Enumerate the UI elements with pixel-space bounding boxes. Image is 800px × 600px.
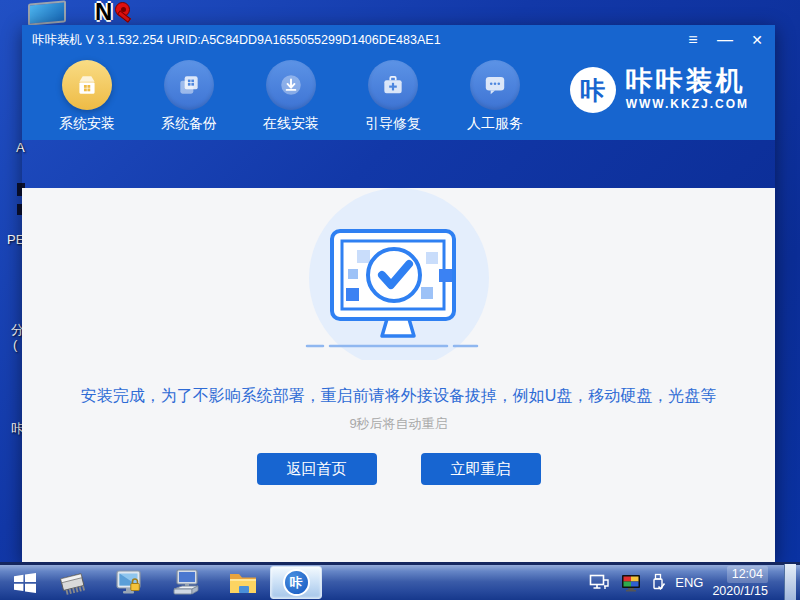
desktop-key-icon[interactable]: N	[95, 0, 139, 25]
usb-icon[interactable]	[651, 573, 666, 592]
taskbar-chip-icon[interactable]	[56, 567, 90, 599]
desktop-background: N A PE 分 ( 咔 咔咔装机 V 3.1.532.254 URID:A5C…	[0, 0, 800, 600]
backup-layers-icon	[164, 60, 214, 110]
system-tray: ENG 12:04 2020/1/15	[589, 564, 800, 600]
taskbar-folder-icon[interactable]	[226, 567, 260, 599]
nav-label: 系统安装	[36, 115, 138, 133]
minimize-icon[interactable]: —	[717, 32, 733, 48]
brand-logo: 咔 咔咔装机 WWW.KKZJ.COM	[570, 67, 749, 113]
taskbar-display-lock-icon[interactable]	[112, 567, 146, 599]
nav-item-support[interactable]: 人工服务	[444, 55, 546, 140]
monitor-check-icon	[299, 188, 499, 360]
support-chat-icon	[470, 60, 520, 110]
nav-item-system-backup[interactable]: 系统备份	[138, 55, 240, 140]
brand-name: 咔咔装机	[626, 67, 749, 95]
nav-label: 人工服务	[444, 115, 546, 133]
clock-date: 2020/1/15	[712, 584, 768, 598]
show-desktop-button[interactable]	[784, 564, 796, 600]
nav-label: 引导修复	[342, 115, 444, 133]
main-content: 安装完成，为了不影响系统部署，重启前请将外接设备拔掉，例如U盘，移动硬盘，光盘等…	[22, 188, 775, 600]
nav-item-online-install[interactable]: 在线安装	[240, 55, 342, 140]
kaka-app-icon: 咔	[283, 569, 310, 596]
clock-time: 12:04	[727, 566, 768, 582]
nav-bar: 系统安装 系统备份	[22, 55, 775, 140]
online-download-icon	[266, 60, 316, 110]
desktop-monitor-icon[interactable]	[28, 0, 66, 25]
taskbar: 咔	[0, 562, 800, 600]
nav-label: 在线安装	[240, 115, 342, 133]
boot-repair-icon	[368, 60, 418, 110]
taskbar-keyboard-icon[interactable]	[170, 567, 204, 599]
restart-now-button[interactable]: 立即重启	[421, 453, 541, 485]
kaka-logo-icon: 咔	[570, 67, 616, 113]
windows-logo-icon	[11, 569, 39, 597]
window-title: 咔咔装机 V 3.1.532.254 URID:A5C84DD9A1655055…	[32, 32, 685, 49]
nav-item-boot-repair[interactable]: 引导修复	[342, 55, 444, 140]
menu-icon[interactable]: ≡	[685, 32, 701, 48]
nav-label: 系统备份	[138, 115, 240, 133]
title-bar[interactable]: 咔咔装机 V 3.1.532.254 URID:A5C84DD9A1655055…	[22, 25, 775, 55]
restart-countdown: 9秒后将自动重启	[22, 415, 775, 433]
taskbar-clock[interactable]: 12:04 2020/1/15	[712, 566, 768, 599]
installer-window: 咔咔装机 V 3.1.532.254 URID:A5C84DD9A1655055…	[22, 25, 775, 562]
install-box-icon	[62, 60, 112, 110]
brand-url: WWW.KKZJ.COM	[626, 97, 749, 111]
language-indicator[interactable]: ENG	[675, 575, 703, 590]
taskbar-kaka-button[interactable]: 咔	[270, 566, 322, 599]
completion-message: 安装完成，为了不影响系统部署，重启前请将外接设备拔掉，例如U盘，移动硬盘，光盘等	[22, 386, 775, 407]
nav-item-system-install[interactable]: 系统安装	[36, 55, 138, 140]
close-icon[interactable]: ✕	[749, 33, 765, 47]
display-color-icon[interactable]	[620, 574, 642, 592]
network-icon[interactable]	[589, 574, 611, 592]
desktop-icon-label: (	[13, 337, 17, 352]
return-home-button[interactable]: 返回首页	[257, 453, 377, 485]
start-button[interactable]	[8, 567, 42, 599]
